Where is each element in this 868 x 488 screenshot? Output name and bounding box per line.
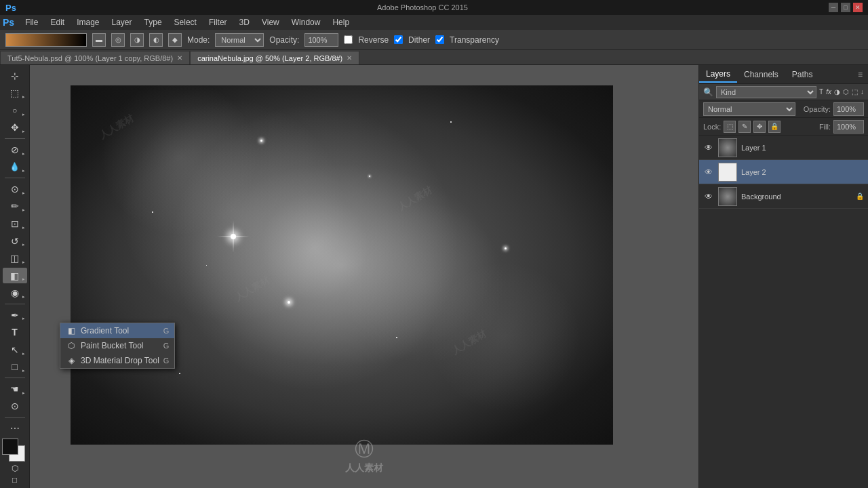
gradient-radial-btn[interactable]: ◎ <box>111 33 125 47</box>
options-bar: ▬ ◎ ◑ ◐ ◆ Mode: Normal Dissolve Multiply… <box>0 30 868 50</box>
panel-menu-btn[interactable]: ≡ <box>852 67 868 82</box>
menu-select[interactable]: Select <box>169 16 202 28</box>
eyedropper-tool-btn[interactable]: 💧▸ <box>3 159 27 176</box>
crop-tool-btn[interactable]: ⊘▸ <box>3 142 27 158</box>
healing-brush-tool-btn[interactable]: ⊙▸ <box>3 181 27 197</box>
search-icon: 🔍 <box>703 87 713 97</box>
opacity-value-input[interactable] <box>833 102 864 116</box>
blend-mode-select[interactable]: Normal Multiply Screen <box>703 102 795 116</box>
menu-window[interactable]: Window <box>286 16 326 28</box>
rectangle-tool-btn[interactable]: □▸ <box>3 359 27 375</box>
brush-tool-btn[interactable]: ✏▸ <box>3 199 27 215</box>
fill-row: Fill: <box>819 120 864 134</box>
layer-item-layer2[interactable]: 👁 Layer 2 <box>699 160 868 184</box>
gradient-tool-btn[interactable]: ◧▸ <box>3 268 27 284</box>
history-brush-tool-btn[interactable]: ↺▸ <box>3 233 27 249</box>
background-lock-icon: 🔒 <box>856 192 864 200</box>
opacity-label: Opacity: <box>804 105 831 113</box>
gradient-preview[interactable] <box>5 33 87 47</box>
reverse-checkbox[interactable] <box>344 35 353 44</box>
background-visibility-btn[interactable]: 👁 <box>703 191 714 202</box>
panel-tabs: Layers Channels Paths ≡ <box>699 65 868 84</box>
quick-mask-btn[interactable]: ⬡ <box>9 464 21 474</box>
tab-carina-close[interactable]: ✕ <box>347 54 352 62</box>
layer-item-layer1[interactable]: 👁 Layer 1 <box>699 136 868 160</box>
lock-row: Lock: ⬚ ✎ ✥ 🔒 Fill: <box>699 118 868 136</box>
flyout-gradient-shortcut: G <box>163 327 170 335</box>
hand-tool-btn[interactable]: ☚▸ <box>3 381 27 397</box>
lock-all-btn[interactable]: ✥ <box>753 121 766 133</box>
transparency-checkbox[interactable] <box>435 35 444 44</box>
layer1-visibility-btn[interactable]: 👁 <box>703 142 714 153</box>
canvas-area[interactable]: 人人素材 人人素材 人人素材 人人素材 Ⓜ 人人素材 ◧ Gradient To… <box>30 65 698 488</box>
flyout-gradient-tool[interactable]: ◧ Gradient Tool G <box>60 323 174 338</box>
tab-tut5-close[interactable]: ✕ <box>177 54 182 62</box>
ps-logo: Ps <box>3 17 14 28</box>
gradient-reflected-btn[interactable]: ◐ <box>149 33 163 47</box>
lock-artboard-btn[interactable]: 🔒 <box>768 121 781 133</box>
dither-checkbox[interactable] <box>394 35 403 44</box>
layer-item-background[interactable]: 👁 Background 🔒 <box>699 184 868 209</box>
material-drop-icon: ◈ <box>66 355 77 366</box>
layers-tab[interactable]: Layers <box>699 66 737 83</box>
panel-icon-name: T <box>819 88 823 96</box>
mode-select[interactable]: Normal Dissolve Multiply <box>215 33 264 47</box>
menu-layer[interactable]: Layer <box>106 16 138 28</box>
minimize-button[interactable]: ─ <box>829 3 838 12</box>
mode-label: Mode: <box>187 35 210 45</box>
eraser-tool-btn[interactable]: ◫▸ <box>3 250 27 266</box>
canvas-image: 人人素材 人人素材 人人素材 人人素材 <box>71 85 613 445</box>
menu-view[interactable]: View <box>256 16 285 28</box>
window-controls[interactable]: ─ □ ✕ <box>829 3 863 12</box>
close-button[interactable]: ✕ <box>853 3 863 12</box>
pen-tool-btn[interactable]: ✒▸ <box>3 307 27 323</box>
kind-select[interactable]: Kind <box>716 86 816 98</box>
paint-bucket-icon: ⬡ <box>66 340 77 351</box>
menu-type[interactable]: Type <box>139 16 167 28</box>
type-tool-btn[interactable]: T <box>3 324 27 340</box>
screen-mode-btn[interactable]: □ <box>9 475 21 485</box>
paths-tab[interactable]: Paths <box>785 67 820 82</box>
gradient-angle-btn[interactable]: ◑ <box>130 33 144 47</box>
menu-file[interactable]: File <box>20 16 43 28</box>
gradient-linear-btn[interactable]: ▬ <box>92 33 106 47</box>
opacity-input[interactable] <box>304 33 338 47</box>
flyout-menu: ◧ Gradient Tool G ⬡ Paint Bucket Tool G … <box>60 323 175 369</box>
panel-icon-pixel: ⬚ <box>852 88 858 96</box>
reverse-label: Reverse <box>358 35 389 45</box>
tab-tut5[interactable]: Tut5-Nebula.psd @ 100% (Layer 1 copy, RG… <box>0 51 190 64</box>
panel-icon-save: ↓ <box>861 88 864 96</box>
fill-value-input[interactable] <box>833 120 864 134</box>
lock-pixel-btn[interactable]: ⬚ <box>724 121 736 133</box>
tab-carina-label: carinaNebula.jpg @ 50% (Layer 2, RGB/8#) <box>197 54 342 62</box>
maximize-button[interactable]: □ <box>841 3 850 12</box>
channels-tab[interactable]: Channels <box>737 67 785 82</box>
layer2-visibility-btn[interactable]: 👁 <box>703 167 714 178</box>
flyout-paint-bucket-label: Paint Bucket Tool <box>81 341 159 350</box>
path-select-tool-btn[interactable]: ↖▸ <box>3 342 27 358</box>
flyout-gradient-label: Gradient Tool <box>81 326 159 336</box>
titlebar: Ps Adobe Photoshop CC 2015 ─ □ ✕ <box>0 0 868 15</box>
dodge-tool-btn[interactable]: ◉▸ <box>3 285 27 301</box>
menu-help[interactable]: Help <box>327 16 355 28</box>
zoom-tool-btn[interactable]: ⊙ <box>3 399 27 415</box>
lasso-tool-btn[interactable]: ○▸ <box>3 102 27 119</box>
color-swatch-area <box>2 439 28 459</box>
magic-wand-tool-btn[interactable]: ✥▸ <box>3 120 27 136</box>
menu-3d[interactable]: 3D <box>234 16 255 28</box>
more-tools-btn[interactable]: ⋯ <box>3 420 27 436</box>
move-tool-btn[interactable]: ⊹ <box>3 68 27 84</box>
clone-stamp-tool-btn[interactable]: ⊡▸ <box>3 216 27 232</box>
dither-label: Dither <box>408 35 430 45</box>
gradient-diamond-btn[interactable]: ◆ <box>168 33 182 47</box>
foreground-color-swatch[interactable] <box>2 439 18 455</box>
lock-position-btn[interactable]: ✎ <box>738 121 751 133</box>
flyout-paint-bucket-tool[interactable]: ⬡ Paint Bucket Tool G <box>60 338 174 353</box>
menu-filter[interactable]: Filter <box>203 16 233 28</box>
selection-tool-btn[interactable]: ⬚▸ <box>3 85 27 102</box>
tab-carina[interactable]: carinaNebula.jpg @ 50% (Layer 2, RGB/8#)… <box>190 51 359 64</box>
flyout-material-drop-tool[interactable]: ◈ 3D Material Drop Tool G <box>60 353 174 368</box>
menu-image[interactable]: Image <box>71 16 104 28</box>
main-area: ⊹ ⬚▸ ○▸ ✥▸ ⊘▸ 💧▸ ⊙▸ ✏▸ ⊡▸ ↺▸ ◫▸ ◧▸ ◉▸ ✒▸… <box>0 65 868 488</box>
menu-edit[interactable]: Edit <box>45 16 70 28</box>
